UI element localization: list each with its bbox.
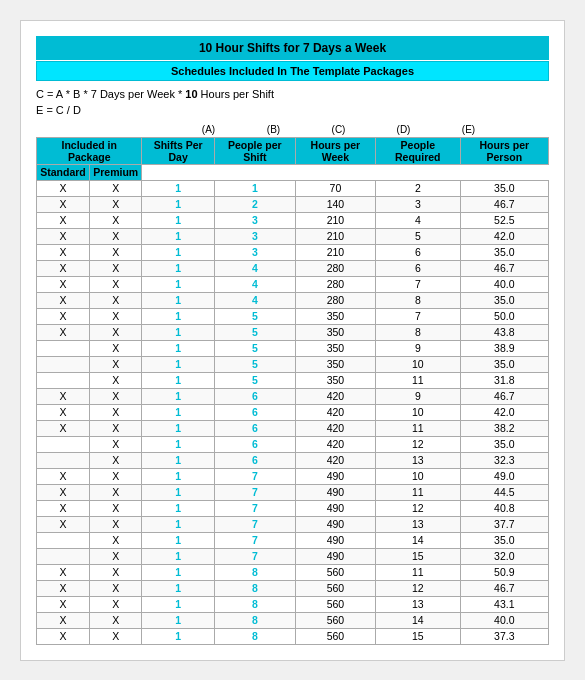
table-cell: 10 xyxy=(376,356,461,372)
col-letters-row: (A)(B)(C)(D)(E) xyxy=(36,124,549,135)
table-cell: X xyxy=(90,276,142,292)
table-row: XX174901337.7 xyxy=(37,516,549,532)
table-cell: X xyxy=(90,564,142,580)
table-cell: 1 xyxy=(142,484,214,500)
table-cell: 1 xyxy=(142,292,214,308)
table-row: X174901532.0 xyxy=(37,548,549,564)
table-cell: 9 xyxy=(376,340,461,356)
table-row: XX14280646.7 xyxy=(37,260,549,276)
table-cell: X xyxy=(37,308,90,324)
table-cell: 490 xyxy=(295,500,375,516)
table-cell: 6 xyxy=(214,420,295,436)
table-row: XX185601246.7 xyxy=(37,580,549,596)
table-cell: X xyxy=(37,276,90,292)
table-cell: 44.5 xyxy=(460,484,548,500)
table-cell: 1 xyxy=(142,436,214,452)
table-cell: 6 xyxy=(376,244,461,260)
table-cell: X xyxy=(37,228,90,244)
table-cell: 50.0 xyxy=(460,308,548,324)
table-cell: 4 xyxy=(214,260,295,276)
table-row: XX15350750.0 xyxy=(37,308,549,324)
col-letter: (A) xyxy=(176,124,241,135)
table-cell: X xyxy=(37,468,90,484)
table-cell: X xyxy=(90,324,142,340)
table-cell: 3 xyxy=(214,212,295,228)
table-cell: 37.7 xyxy=(460,516,548,532)
table-cell: 210 xyxy=(295,212,375,228)
table-cell: 6 xyxy=(214,404,295,420)
table-row: XX13210542.0 xyxy=(37,228,549,244)
table-cell: X xyxy=(37,580,90,596)
table-cell: 42.0 xyxy=(460,404,548,420)
table-cell: 210 xyxy=(295,228,375,244)
table-cell: 5 xyxy=(214,308,295,324)
table-cell: 46.7 xyxy=(460,388,548,404)
table-cell: 1 xyxy=(142,468,214,484)
table-cell: 1 xyxy=(142,628,214,644)
table-cell: 490 xyxy=(295,532,375,548)
header-shifts: Shifts Per Day xyxy=(142,137,214,164)
table-cell: X xyxy=(90,244,142,260)
table-row: XX174901049.0 xyxy=(37,468,549,484)
table-cell: 350 xyxy=(295,340,375,356)
table-cell: 1 xyxy=(142,596,214,612)
table-cell: 10 xyxy=(376,404,461,420)
table-cell: 420 xyxy=(295,436,375,452)
table-cell: X xyxy=(90,212,142,228)
table-cell: 70 xyxy=(295,180,375,196)
table-row: XX12140346.7 xyxy=(37,196,549,212)
table-cell xyxy=(37,356,90,372)
table-row: XX13210635.0 xyxy=(37,244,549,260)
table-cell: 7 xyxy=(214,532,295,548)
table-cell: X xyxy=(90,292,142,308)
table-cell: 15 xyxy=(376,548,461,564)
table-cell: X xyxy=(90,340,142,356)
table-cell: 560 xyxy=(295,564,375,580)
table-row: XX174901240.8 xyxy=(37,500,549,516)
table-cell: 1 xyxy=(142,548,214,564)
table-cell: X xyxy=(37,324,90,340)
table-cell: 13 xyxy=(376,516,461,532)
table-cell: X xyxy=(37,292,90,308)
table-cell: X xyxy=(90,180,142,196)
data-table: Included in Package Shifts Per Day Peopl… xyxy=(36,137,549,645)
table-row: XX174901144.5 xyxy=(37,484,549,500)
table-cell: X xyxy=(90,420,142,436)
table-cell: 140 xyxy=(295,196,375,212)
table-cell: 32.0 xyxy=(460,548,548,564)
header-premium: Premium xyxy=(90,164,142,180)
table-cell xyxy=(37,548,90,564)
table-cell: X xyxy=(37,484,90,500)
table-cell xyxy=(37,452,90,468)
table-cell: 6 xyxy=(214,436,295,452)
table-cell: 3 xyxy=(376,196,461,212)
table-cell: X xyxy=(37,628,90,644)
table-cell: 1 xyxy=(142,196,214,212)
table-cell: 5 xyxy=(214,324,295,340)
table-cell: 3 xyxy=(214,244,295,260)
table-cell xyxy=(37,340,90,356)
table-cell: 1 xyxy=(142,276,214,292)
table-cell: 350 xyxy=(295,372,375,388)
table-row: XX16420946.7 xyxy=(37,388,549,404)
subtitle-bar: Schedules Included In The Template Packa… xyxy=(36,61,549,81)
table-cell: 2 xyxy=(376,180,461,196)
table-cell: 1 xyxy=(214,180,295,196)
table-row: XX185601537.3 xyxy=(37,628,549,644)
formula2: E = C / D xyxy=(36,102,549,119)
table-cell: 7 xyxy=(376,276,461,292)
table-row: XX14280835.0 xyxy=(37,292,549,308)
table-cell: 1 xyxy=(142,244,214,260)
col-letter: (C) xyxy=(306,124,371,135)
table-cell: 11 xyxy=(376,420,461,436)
table-cell: X xyxy=(37,404,90,420)
header-people-per-shift: People per Shift xyxy=(214,137,295,164)
table-cell: 280 xyxy=(295,260,375,276)
table-cell: 7 xyxy=(376,308,461,324)
table-cell: X xyxy=(90,468,142,484)
table-cell: 560 xyxy=(295,596,375,612)
table-cell: 40.0 xyxy=(460,276,548,292)
table-cell: X xyxy=(90,628,142,644)
table-cell: 420 xyxy=(295,404,375,420)
table-cell: 8 xyxy=(214,612,295,628)
